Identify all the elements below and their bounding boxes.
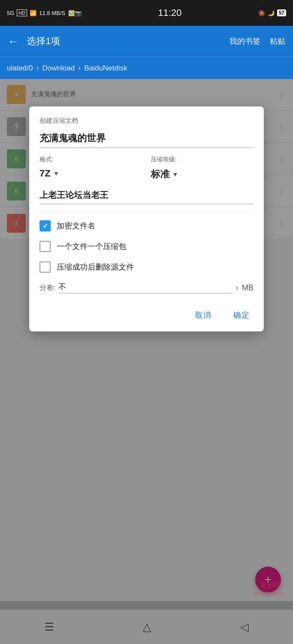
- dialog-buttons: 取消 确定: [40, 304, 253, 323]
- watermark: 老王论坛 taowang.vip: [252, 581, 284, 598]
- hd-badge: HD: [17, 9, 27, 16]
- format-field: 格式: 7Z ▼: [40, 156, 142, 181]
- one-file-per-archive-checkbox[interactable]: [40, 241, 51, 252]
- level-value: 标准: [151, 168, 170, 181]
- speed-text: 11.8 MB/S: [39, 10, 65, 16]
- split-unit: MB: [242, 283, 253, 292]
- create-archive-dialog: 创建压缩文档 格式: 7Z ▼ 压缩等级: 标准 ▼ ✓ 加密文件名 一个文件一…: [29, 106, 264, 331]
- status-time: 11:20: [158, 7, 182, 18]
- format-value: 7Z: [40, 168, 51, 179]
- split-arrow-icon[interactable]: ‹: [236, 283, 238, 292]
- bookmark-button[interactable]: 我的书签: [229, 36, 260, 46]
- level-select[interactable]: 标准 ▼: [151, 166, 253, 182]
- level-label: 压缩等级:: [151, 156, 253, 164]
- breadcrumb-path2[interactable]: Download: [43, 64, 75, 73]
- checkmark-icon: ✓: [43, 222, 48, 230]
- nav-actions: 我的书签 粘贴: [229, 36, 285, 46]
- one-file-per-archive-row: 一个文件一个压缩包: [40, 241, 253, 252]
- breadcrumb-sep2: ›: [78, 64, 81, 73]
- delete-source-label: 压缩成功后删除源文件: [57, 262, 134, 272]
- breadcrumb-sep1: ›: [37, 64, 39, 73]
- status-right: 🔕 🌙 57: [258, 9, 286, 16]
- notification-icons: 🖼️📷: [68, 10, 82, 16]
- dialog-title: 创建压缩文档: [40, 117, 253, 125]
- status-bar: 5G HD 📶 11.8 MB/S 🖼️📷 11:20 🔕 🌙 57: [0, 0, 293, 26]
- split-label: 分卷:: [40, 283, 55, 292]
- network-icon: 5G: [7, 10, 14, 16]
- split-volume-row: 分卷: ‹ MB: [40, 282, 253, 294]
- one-file-per-archive-label: 一个文件一个压缩包: [57, 241, 126, 252]
- moon-icon: 🌙: [268, 10, 275, 16]
- cancel-button[interactable]: 取消: [191, 307, 215, 323]
- watermark-line2: taowang.vip: [252, 589, 284, 598]
- confirm-button[interactable]: 确定: [229, 307, 253, 323]
- paste-button[interactable]: 粘贴: [270, 36, 285, 46]
- split-input[interactable]: [58, 282, 232, 294]
- delete-source-checkbox[interactable]: [40, 261, 51, 273]
- encrypt-filename-label: 加密文件名: [57, 221, 95, 231]
- encrypt-filename-checkbox[interactable]: ✓: [40, 220, 51, 231]
- mute-icon: 🔕: [258, 10, 265, 16]
- divider: [40, 212, 253, 213]
- archive-name-input[interactable]: [40, 133, 253, 148]
- level-field: 压缩等级: 标准 ▼: [151, 156, 253, 182]
- page-title: 选择1项: [27, 35, 224, 48]
- level-dropdown-icon: ▼: [172, 171, 178, 178]
- format-label: 格式:: [40, 156, 142, 164]
- watermark-line1: 老王论坛: [252, 581, 284, 589]
- battery-badge: 57: [277, 9, 286, 16]
- format-select[interactable]: 7Z ▼: [40, 166, 142, 181]
- status-left: 5G HD 📶 11.8 MB/S 🖼️📷: [7, 9, 82, 16]
- password-input[interactable]: [40, 190, 253, 204]
- wifi-icon: 📶: [30, 10, 37, 16]
- format-dropdown-icon: ▼: [53, 170, 59, 177]
- format-level-row: 格式: 7Z ▼ 压缩等级: 标准 ▼: [40, 156, 253, 182]
- encrypt-filename-row: ✓ 加密文件名: [40, 220, 253, 231]
- delete-source-row: 压缩成功后删除源文件: [40, 261, 253, 273]
- back-button[interactable]: ←: [8, 35, 19, 48]
- breadcrumb-path3[interactable]: BaiduNetdisk: [84, 64, 127, 73]
- nav-bar: ← 选择1项 我的书签 粘贴: [0, 26, 293, 57]
- breadcrumb-path1: ulated/0: [7, 64, 33, 73]
- breadcrumb: ulated/0 › Download › BaiduNetdisk: [0, 57, 293, 79]
